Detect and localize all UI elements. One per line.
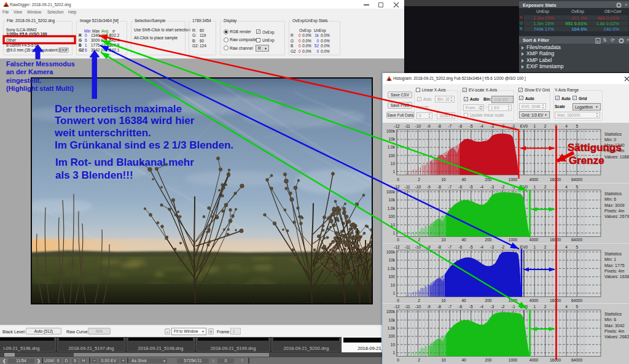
svg-text:a: a xyxy=(597,39,600,43)
